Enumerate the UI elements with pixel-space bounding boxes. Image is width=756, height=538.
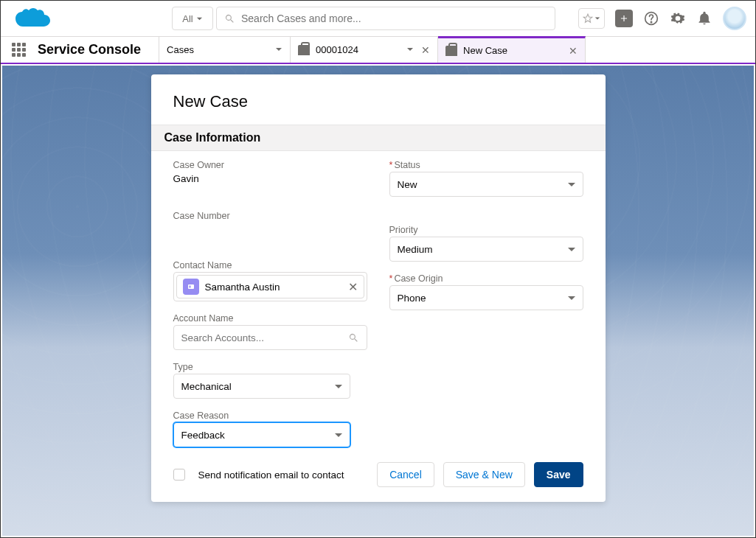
save-button[interactable]: Save [534, 462, 583, 487]
status-picklist[interactable]: New [389, 172, 583, 197]
field-label: *Status [389, 160, 583, 170]
help-button[interactable] [643, 10, 659, 27]
global-header: All [1, 1, 755, 36]
tab-label: New Case [463, 45, 507, 56]
field-type: Type Mechanical [173, 362, 367, 399]
field-label: Contact Name [173, 260, 367, 270]
global-actions-button[interactable] [615, 10, 633, 27]
global-search[interactable] [216, 7, 555, 30]
field-label: Case Number [173, 211, 367, 221]
workspace-tab-record[interactable]: 00001024 ✕ [291, 37, 438, 63]
case-icon [445, 46, 457, 56]
field-status: *Status New [389, 160, 583, 197]
new-case-modal: New Case Case Information Case Owner Gav… [151, 74, 606, 502]
field-label: Case Reason [173, 411, 367, 421]
remove-pill-button[interactable]: ✕ [348, 280, 358, 294]
field-label: Case Owner [173, 160, 367, 170]
app-launcher-button[interactable] [1, 37, 38, 63]
svg-rect-2 [188, 284, 194, 289]
close-tab-button[interactable]: ✕ [569, 45, 578, 57]
field-label: Account Name [173, 313, 367, 324]
notifications-button[interactable] [696, 10, 712, 27]
chevron-down-icon [594, 15, 600, 21]
search-icon [224, 13, 235, 24]
account-lookup-input[interactable] [181, 332, 348, 343]
field-case-number: Case Number [173, 211, 367, 235]
svg-rect-3 [189, 286, 190, 288]
star-icon [583, 13, 593, 24]
waffle-icon [12, 43, 27, 57]
nav-tab-label: Cases [167, 44, 194, 55]
field-case-reason: Case Reason Feedback [173, 411, 367, 447]
contact-pill-label: Samantha Austin [205, 282, 280, 293]
tab-label: 00001024 [316, 44, 358, 55]
global-search-input[interactable] [241, 13, 547, 24]
cancel-button[interactable]: Cancel [377, 462, 434, 487]
form-body: Case Owner Gavin Case Number Contact Nam… [151, 151, 606, 452]
picklist-value: Phone [398, 293, 426, 304]
case-number-value [173, 223, 367, 235]
modal-footer: Send notification email to contact Cance… [151, 452, 606, 487]
contact-pill: Samantha Austin ✕ [176, 275, 364, 298]
setup-button[interactable] [670, 10, 686, 27]
priority-picklist[interactable]: Medium [389, 237, 583, 262]
field-account-name: Account Name [173, 313, 367, 350]
picklist-value: New [398, 179, 417, 190]
chevron-down-icon[interactable] [275, 44, 282, 55]
case-reason-picklist[interactable]: Feedback [173, 422, 350, 447]
bell-icon [697, 11, 712, 26]
search-icon [348, 332, 359, 343]
case-icon [298, 45, 310, 55]
type-picklist[interactable]: Mechanical [173, 374, 350, 399]
field-label: Priority [389, 225, 583, 235]
nav-tab-cases[interactable]: Cases [159, 37, 291, 63]
picklist-value: Feedback [181, 430, 225, 441]
notify-checkbox-label: Send notification email to contact [198, 469, 344, 481]
salesforce-cloud-icon [15, 6, 51, 31]
field-case-origin: *Case Origin Phone [389, 273, 583, 310]
app-name: Service Console [38, 37, 159, 63]
chevron-down-icon [196, 15, 203, 22]
plus-icon [619, 13, 629, 24]
case-owner-value: Gavin [173, 172, 367, 184]
page-title: New Case [151, 74, 606, 125]
field-priority: Priority Medium [389, 225, 583, 262]
field-contact-name: Contact Name Samantha Austin ✕ [173, 260, 367, 301]
field-case-owner: Case Owner Gavin [173, 160, 367, 184]
help-icon [644, 11, 659, 26]
app-nav-bar: Service Console Cases 00001024 ✕ New Cas… [1, 36, 755, 64]
contact-icon [183, 279, 199, 295]
field-label: Type [173, 362, 367, 372]
search-scope-dropdown[interactable]: All [172, 7, 213, 30]
left-column: Case Owner Gavin Case Number Contact Nam… [173, 160, 367, 447]
save-and-new-button[interactable]: Save & New [443, 462, 525, 487]
field-label: *Case Origin [389, 273, 583, 284]
right-column: *Status New Priority Medium *Case Origin… [389, 160, 583, 447]
picklist-value: Medium [398, 244, 433, 255]
header-actions [578, 7, 746, 30]
user-avatar[interactable] [723, 7, 746, 30]
logo [10, 6, 172, 31]
close-tab-button[interactable]: ✕ [421, 44, 430, 56]
workspace-tab-new-case[interactable]: New Case ✕ [438, 36, 586, 63]
notify-checkbox[interactable] [173, 469, 185, 481]
chevron-down-icon[interactable] [406, 44, 414, 55]
gear-icon [670, 11, 685, 26]
picklist-value: Mechanical [181, 381, 232, 392]
favorites-button[interactable] [578, 8, 605, 29]
svg-point-1 [651, 21, 651, 22]
case-origin-picklist[interactable]: Phone [389, 285, 583, 310]
contact-lookup[interactable]: Samantha Austin ✕ [173, 272, 367, 301]
section-header: Case Information [151, 125, 606, 151]
account-lookup[interactable] [173, 325, 367, 350]
